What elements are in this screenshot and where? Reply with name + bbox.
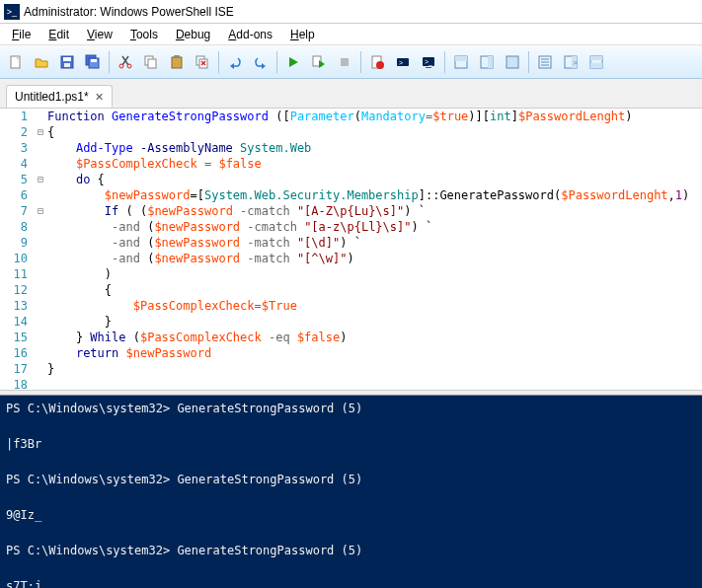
console-output <box>6 453 696 471</box>
console-line: PS C:\Windows\system32> GenerateStrongPa… <box>6 471 696 488</box>
script-editor[interactable]: 1 Function GenerateStrongPassword ([Para… <box>0 109 702 390</box>
separator <box>276 51 277 73</box>
toolbar: >_ >_ > <box>0 45 702 79</box>
svg-rect-4 <box>64 63 70 67</box>
fold-icon[interactable]: ⊟ <box>34 203 47 219</box>
svg-rect-35 <box>507 56 518 68</box>
svg-marker-18 <box>230 63 234 69</box>
svg-rect-34 <box>488 56 493 68</box>
addon-pane-button[interactable]: > <box>559 50 583 74</box>
tab-close-icon[interactable]: ✕ <box>95 91 104 104</box>
save-button[interactable] <box>55 50 79 74</box>
open-button[interactable] <box>30 50 53 74</box>
svg-rect-23 <box>341 58 349 66</box>
svg-point-9 <box>127 64 131 68</box>
menu-view[interactable]: View <box>79 26 120 43</box>
separator <box>218 51 219 73</box>
svg-marker-20 <box>289 57 298 67</box>
new-button[interactable] <box>4 50 28 74</box>
menu-debug[interactable]: Debug <box>168 26 218 43</box>
separator <box>109 51 110 73</box>
svg-point-8 <box>119 64 123 68</box>
powershell-icon: >_ <box>4 4 20 20</box>
svg-rect-45 <box>590 63 602 68</box>
svg-point-25 <box>376 61 384 69</box>
fold-icon[interactable]: ⊟ <box>34 124 47 140</box>
svg-rect-7 <box>91 59 97 62</box>
menu-help[interactable]: Help <box>282 26 323 43</box>
console-output <box>6 417 696 435</box>
show-commands-button[interactable] <box>533 50 557 74</box>
menu-edit[interactable]: Edit <box>40 26 77 43</box>
run-selection-button[interactable] <box>307 50 331 74</box>
console-output: s7T;j <box>6 577 696 588</box>
console-pane[interactable]: PS C:\Windows\system32> GenerateStrongPa… <box>0 396 702 588</box>
console-line: PS C:\Windows\system32> GenerateStrongPa… <box>6 400 696 417</box>
cut-button[interactable] <box>114 50 137 74</box>
breakpoint-button[interactable] <box>365 50 389 74</box>
svg-rect-32 <box>455 56 467 61</box>
menu-bar: File Edit View Tools Debug Add-ons Help <box>0 24 702 45</box>
new-remote-tab-button[interactable]: >_ <box>391 50 415 74</box>
saveall-button[interactable] <box>81 50 105 74</box>
redo-button[interactable] <box>249 50 273 74</box>
console-output <box>6 559 696 577</box>
title-bar: >_ Administrator: Windows PowerShell ISE <box>0 0 702 24</box>
toolbox-button[interactable] <box>585 50 608 74</box>
stop-button[interactable] <box>333 50 356 74</box>
tab-bar: Untitled1.ps1* ✕ <box>0 79 702 109</box>
run-button[interactable] <box>281 50 305 74</box>
line-number: 1 <box>0 109 34 124</box>
fold-icon[interactable]: ⊟ <box>34 172 47 187</box>
separator <box>444 51 445 73</box>
undo-button[interactable] <box>223 50 247 74</box>
menu-addons[interactable]: Add-ons <box>220 26 280 43</box>
console-line: PS C:\Windows\system32> GenerateStrongPa… <box>6 542 696 559</box>
console-output: |f3Br <box>6 435 696 453</box>
separator <box>528 51 529 73</box>
console-output <box>6 488 696 506</box>
clear-button[interactable] <box>191 50 214 74</box>
svg-marker-22 <box>319 60 325 68</box>
svg-marker-19 <box>262 63 266 69</box>
svg-rect-11 <box>148 59 156 68</box>
paste-button[interactable] <box>165 50 189 74</box>
console-output: 9@Iz_ <box>6 506 696 524</box>
svg-rect-3 <box>63 57 71 61</box>
svg-rect-29 <box>426 67 431 68</box>
console-output <box>6 524 696 542</box>
svg-text:>_: >_ <box>425 58 432 66</box>
remote-button[interactable]: >_ <box>417 50 440 74</box>
layout-right-button[interactable] <box>475 50 499 74</box>
layout-max-button[interactable] <box>501 50 524 74</box>
tab-label: Untitled1.ps1* <box>15 90 89 104</box>
layout-top-button[interactable] <box>449 50 473 74</box>
svg-rect-12 <box>172 57 182 68</box>
menu-tools[interactable]: Tools <box>122 26 166 43</box>
copy-button[interactable] <box>139 50 163 74</box>
menu-file[interactable]: File <box>4 26 39 43</box>
svg-rect-44 <box>590 56 602 60</box>
window-title: Administrator: Windows PowerShell ISE <box>24 5 234 19</box>
svg-rect-13 <box>174 55 180 58</box>
script-tab[interactable]: Untitled1.ps1* ✕ <box>6 85 113 108</box>
svg-text:>_: >_ <box>399 59 407 67</box>
svg-text:>: > <box>573 58 578 67</box>
separator <box>360 51 361 73</box>
